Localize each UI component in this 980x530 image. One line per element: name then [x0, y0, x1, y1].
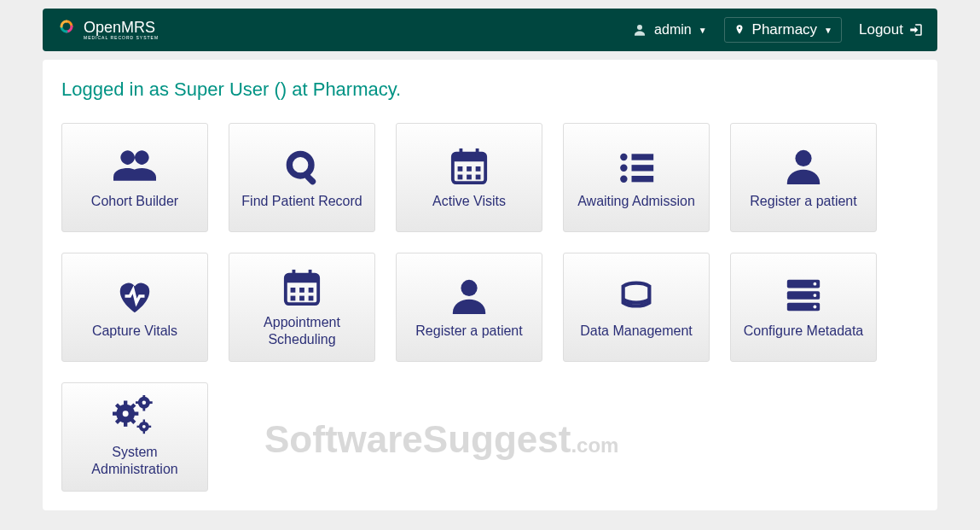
user-icon — [449, 275, 489, 317]
app-label: Capture Vitals — [92, 323, 177, 340]
app-label: Register a patient — [750, 193, 856, 210]
app-card[interactable]: Active Visits — [396, 123, 542, 232]
app-card[interactable]: Register a patient — [396, 253, 542, 362]
list-icon — [618, 145, 655, 188]
hdd-icon — [617, 275, 656, 317]
brand-tagline: MEDICAL RECORD SYSTEM — [84, 35, 159, 40]
user-icon — [784, 145, 823, 188]
top-header: OpenMRS MEDICAL RECORD SYSTEM admin ▼ Ph… — [43, 9, 937, 51]
user-menu[interactable]: admin ▼ — [632, 22, 706, 38]
app-label: Cohort Builder — [91, 193, 178, 210]
app-label: Find Patient Record — [241, 193, 362, 210]
server-icon — [784, 275, 823, 317]
app-card[interactable]: Data Management — [563, 253, 710, 362]
app-card[interactable]: System Administration — [61, 382, 208, 492]
app-card[interactable]: Find Patient Record — [229, 123, 375, 232]
calendar-icon — [449, 145, 489, 188]
logout-label: Logout — [859, 21, 903, 38]
app-label: System Administration — [69, 444, 200, 478]
app-card[interactable]: Register a patient — [730, 123, 877, 232]
users-icon — [113, 145, 156, 188]
brand-name: OpenMRS — [84, 19, 159, 37]
main-panel: Logged in as Super User () at Pharmacy. … — [43, 60, 937, 510]
app-card[interactable]: Appointment Scheduling — [229, 253, 375, 362]
heartbeat-icon — [115, 275, 154, 317]
brand-logo[interactable]: OpenMRS MEDICAL RECORD SYSTEM — [56, 19, 632, 42]
welcome-message: Logged in as Super User () at Pharmacy. — [61, 79, 919, 101]
caret-down-icon: ▼ — [699, 26, 707, 35]
search-icon — [283, 145, 321, 188]
location-selector[interactable]: Pharmacy ▼ — [724, 17, 842, 43]
app-card[interactable]: Awaiting Admission — [563, 123, 710, 232]
gears-icon — [113, 396, 157, 439]
caret-down-icon: ▼ — [824, 26, 832, 35]
username-label: admin — [654, 22, 692, 38]
sign-out-icon — [908, 22, 924, 38]
logout-button[interactable]: Logout — [859, 21, 924, 38]
app-card[interactable]: Cohort Builder — [61, 123, 208, 232]
app-label: Register a patient — [415, 323, 522, 340]
app-card[interactable]: Capture Vitals — [61, 253, 208, 362]
location-label: Pharmacy — [752, 21, 818, 38]
app-label: Active Visits — [432, 193, 506, 210]
app-card[interactable]: Configure Metadata — [730, 253, 877, 362]
app-label: Awaiting Admission — [577, 193, 695, 210]
svg-point-0 — [637, 25, 642, 30]
app-label: Configure Metadata — [744, 323, 864, 340]
user-icon — [632, 22, 647, 38]
app-label: Appointment Scheduling — [236, 314, 368, 348]
calendar-icon — [282, 266, 322, 309]
pin-icon — [734, 24, 745, 36]
apps-grid: Cohort BuilderFind Patient RecordActive … — [61, 123, 919, 492]
app-label: Data Management — [580, 323, 693, 340]
logo-icon — [56, 20, 77, 40]
